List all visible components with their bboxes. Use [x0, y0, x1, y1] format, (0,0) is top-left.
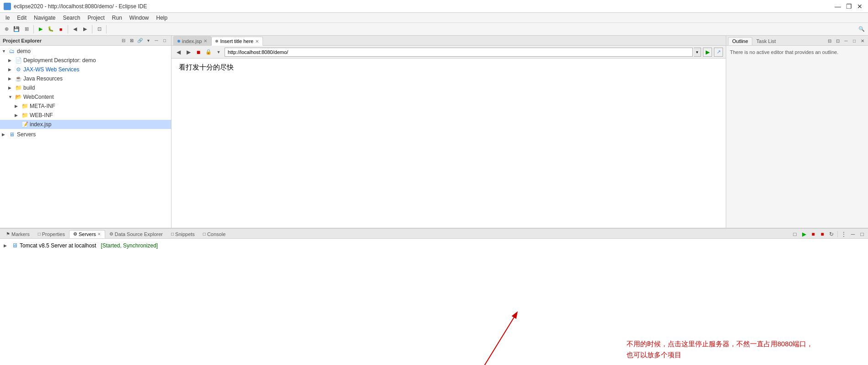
metainf-icon: 📁	[21, 102, 28, 110]
menu-bar: le Edit Navigate Search Project Run Wind…	[0, 13, 868, 23]
bottom-menu-btn[interactable]: ⋮	[840, 230, 848, 238]
browser-go-btn[interactable]: ▶	[703, 48, 712, 57]
toolbar-save[interactable]: 💾	[12, 25, 21, 34]
project-explorer-panel: Project Explorer ⊟ ⊠ 🔗 ▾ ─ □ ▼ 🗂 demo	[0, 36, 171, 228]
outline-tabs: Outline Task List ⊟ ⊡ ─ □ ✕	[726, 36, 868, 46]
browser-lock-btn[interactable]: 🔒	[204, 48, 213, 56]
tab-servers-label: Servers	[79, 231, 96, 237]
outline-min-btn[interactable]: ─	[842, 38, 850, 45]
bottom-publish-btn[interactable]: ↻	[827, 230, 836, 238]
tab-outline[interactable]: Outline	[728, 37, 752, 45]
browser-url-dropdown[interactable]: ▾	[694, 48, 701, 57]
editor-content: 看打发十分的尽快	[171, 59, 726, 228]
tab-close-indexjsp[interactable]: ✕	[204, 38, 207, 43]
build-icon: 📁	[15, 84, 22, 91]
tree-item-webinf[interactable]: ▶ 📁 WEB-INF	[0, 111, 171, 120]
tree-item-jaxws[interactable]: ▶ ⚙ JAX-WS Web Services	[0, 65, 171, 74]
server-row-tomcat[interactable]: ▶ 🖥 Tomcat v8.5 Server at localhost [Sta…	[0, 241, 868, 250]
menu-project[interactable]: Project	[84, 14, 108, 22]
tab-snippets[interactable]: □ Snippets	[167, 230, 199, 238]
browser-back-btn[interactable]: ◀	[174, 48, 182, 56]
tree-label-webcontent: WebContent	[23, 94, 54, 100]
tree-item-java-resources[interactable]: ▶ ☕ Java Resources	[0, 74, 171, 83]
pe-max-btn[interactable]: □	[161, 37, 168, 44]
toolbar-run[interactable]: ▶	[36, 25, 45, 34]
toolbar-perspective[interactable]: ⊡	[95, 25, 104, 34]
bottom-sep1	[837, 231, 838, 237]
menu-run[interactable]: Run	[108, 14, 126, 22]
annotation-container: 不用的时候，点击这里停止服务器，不然一直占用8080端口， 也可以放多个项目	[0, 304, 868, 365]
menu-edit[interactable]: Edit	[13, 14, 30, 22]
tree-item-build[interactable]: ▶ 📁 build	[0, 83, 171, 92]
minimize-button[interactable]: —	[833, 2, 842, 11]
menu-help[interactable]: Help	[153, 14, 171, 22]
tree-arrow-deployment: ▶	[8, 58, 15, 63]
tab-markers[interactable]: ⚑ Markers	[2, 230, 34, 238]
menu-navigate[interactable]: Navigate	[30, 14, 59, 22]
maximize-button[interactable]: ❐	[844, 2, 853, 11]
menu-search[interactable]: Search	[59, 14, 84, 22]
tab-datasource[interactable]: ⚙ Data Source Explorer	[105, 230, 167, 238]
tree-item-servers[interactable]: ▶ 🖥 Servers	[0, 130, 171, 139]
tree-item-deployment[interactable]: ▶ 📄 Deployment Descriptor: demo	[0, 56, 171, 65]
browser-dropdown-btn[interactable]: ▼	[214, 48, 223, 56]
toolbar-new[interactable]: ⊕	[2, 25, 11, 34]
toolbar-save-all[interactable]: ⊞	[22, 25, 31, 34]
tab-close-browser[interactable]: ✕	[255, 39, 259, 44]
menu-window[interactable]: Window	[126, 14, 153, 22]
bottom-debug-btn[interactable]: ■	[818, 230, 826, 238]
bottom-min-btn[interactable]: ─	[849, 230, 857, 238]
bottom-new-server-btn[interactable]: □	[791, 230, 799, 238]
tree-item-webcontent[interactable]: ▼ 📂 WebContent	[0, 92, 171, 102]
browser-forward-btn[interactable]: ▶	[184, 48, 193, 56]
outline-content: There is no active editor that provides …	[726, 46, 868, 228]
menu-le[interactable]: le	[2, 14, 13, 22]
tree-arrow-metainf: ▶	[15, 104, 21, 108]
tab-dot-indexjsp	[177, 40, 180, 43]
tab-markers-label: Markers	[11, 231, 30, 237]
pe-filter-btn[interactable]: ⊠	[128, 37, 135, 44]
indexjsp-icon: 📝	[21, 121, 28, 128]
browser-stop-btn[interactable]: ■	[194, 48, 203, 56]
bottom-stop-red-btn[interactable]: ■	[809, 230, 817, 238]
outline-toolbar-btn2[interactable]: ⊡	[834, 38, 841, 45]
pe-collapse-btn[interactable]: ⊟	[120, 37, 127, 44]
tab-console[interactable]: □ Console	[199, 230, 230, 238]
close-button[interactable]: ✕	[855, 2, 864, 11]
editor-tabs: index.jsp ✕ Insert title here ✕	[171, 36, 726, 46]
pe-min-btn[interactable]: ─	[153, 37, 160, 44]
outline-toolbar-btn1[interactable]: ⊟	[826, 38, 833, 45]
server-tomcat-label: Tomcat v8.5 Server at localhost	[20, 242, 96, 249]
tab-tasklist[interactable]: Task List	[752, 37, 780, 45]
search-icon[interactable]: 🔍	[857, 25, 866, 34]
pe-menu-btn[interactable]: ▾	[145, 37, 152, 44]
toolbar-next[interactable]: ▶	[80, 25, 90, 34]
bottom-max-btn[interactable]: □	[858, 230, 866, 238]
tree-item-demo[interactable]: ▼ 🗂 demo	[0, 47, 171, 56]
project-tree: ▼ 🗂 demo ▶ 📄 Deployment Descriptor: demo…	[0, 46, 171, 228]
project-explorer-header: Project Explorer ⊟ ⊠ 🔗 ▾ ─ □	[0, 36, 171, 46]
browser-url-input[interactable]	[225, 48, 693, 57]
tree-label-servers: Servers	[17, 131, 36, 138]
outline-max-btn[interactable]: □	[851, 38, 858, 45]
datasource-tab-icon: ⚙	[109, 231, 113, 236]
outline-close-btn[interactable]: ✕	[859, 38, 866, 45]
eclipse-icon	[4, 3, 11, 10]
project-explorer-controls: ⊟ ⊠ 🔗 ▾ ─ □	[120, 37, 168, 44]
bottom-start-btn[interactable]: ▶	[800, 230, 808, 238]
toolbar-debug[interactable]: 🐛	[46, 25, 55, 34]
tab-servers[interactable]: ⚙ Servers ✕	[69, 230, 105, 238]
servers-tab-close-indicator: ✕	[97, 232, 101, 236]
tab-properties[interactable]: □ Properties	[34, 230, 69, 238]
browser-open-btn[interactable]: ↗	[714, 48, 723, 57]
tab-console-label: Console	[207, 231, 225, 237]
toolbar-prev[interactable]: ◀	[70, 25, 80, 34]
tab-insert-title[interactable]: Insert title here ✕	[211, 37, 263, 46]
tab-indexjsp[interactable]: index.jsp ✕	[173, 36, 211, 45]
pe-link-btn[interactable]: 🔗	[136, 37, 144, 44]
tree-item-metainf[interactable]: ▶ 📁 META-INF	[0, 102, 171, 111]
console-tab-icon: □	[203, 231, 206, 236]
tree-item-indexjsp[interactable]: 📝 index.jsp	[0, 120, 171, 129]
toolbar: ⊕ 💾 ⊞ ▶ 🐛 ■ ◀ ▶ ⊡ 🔍	[0, 23, 868, 36]
toolbar-stop[interactable]: ■	[56, 25, 65, 34]
